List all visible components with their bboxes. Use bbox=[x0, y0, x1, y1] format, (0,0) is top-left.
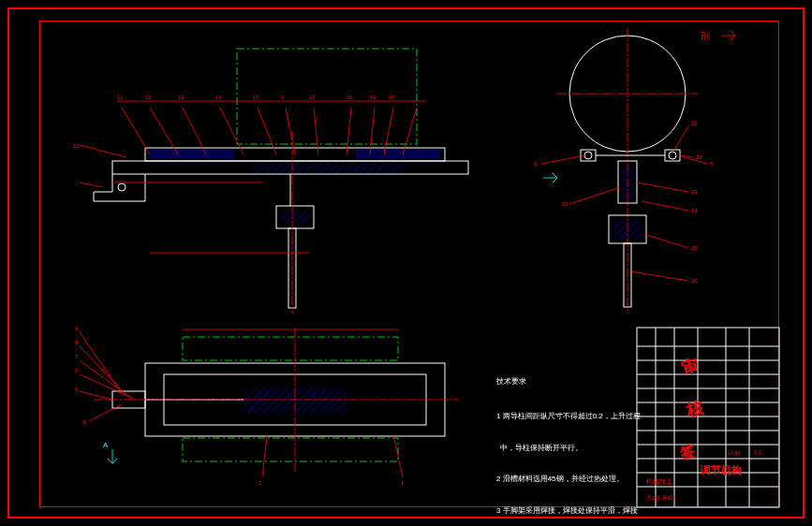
svg-text:22: 22 bbox=[562, 201, 568, 207]
svg-text:6: 6 bbox=[75, 368, 79, 373]
svg-point-7 bbox=[118, 183, 125, 191]
svg-rect-49 bbox=[621, 167, 634, 199]
svg-text:签: 签 bbox=[677, 442, 697, 461]
svg-line-61 bbox=[642, 201, 688, 211]
tech-note-2: 2 滑槽材料选用45钢，并经过热处理。 bbox=[496, 474, 641, 484]
svg-line-67 bbox=[541, 155, 585, 164]
svg-text:19: 19 bbox=[370, 95, 376, 100]
svg-text:12: 12 bbox=[145, 95, 152, 100]
side-view: 21 22 8 23 24 25 26 3 22 bbox=[534, 28, 714, 314]
tech-title: 技术要求 bbox=[496, 376, 641, 387]
svg-line-53 bbox=[674, 126, 688, 150]
svg-line-63 bbox=[644, 234, 688, 248]
svg-line-15 bbox=[122, 108, 150, 154]
svg-rect-6 bbox=[356, 150, 440, 159]
svg-rect-51 bbox=[613, 220, 642, 239]
svg-text:1: 1 bbox=[401, 480, 405, 486]
svg-text:核: 核 bbox=[684, 398, 706, 420]
svg-text:A: A bbox=[103, 441, 109, 449]
svg-text:13: 13 bbox=[178, 95, 185, 100]
svg-text:10: 10 bbox=[73, 143, 80, 149]
svg-text:审: 审 bbox=[680, 356, 701, 378]
svg-text:8: 8 bbox=[75, 340, 79, 345]
svg-text:14: 14 bbox=[215, 95, 222, 100]
svg-point-45 bbox=[584, 152, 592, 159]
svg-text:25: 25 bbox=[691, 245, 698, 251]
svg-text:4: 4 bbox=[82, 419, 86, 425]
svg-text:剖: 剖 bbox=[701, 31, 710, 41]
svg-text:15: 15 bbox=[253, 95, 259, 100]
svg-line-92 bbox=[262, 435, 267, 477]
svg-line-82 bbox=[80, 346, 126, 395]
svg-line-65 bbox=[631, 271, 688, 281]
cad-canvas[interactable]: 11 12 13 14 15 2 17 16 19 20 10 bbox=[0, 0, 812, 526]
svg-text:22: 22 bbox=[696, 154, 702, 160]
svg-text:17: 17 bbox=[309, 95, 316, 100]
svg-line-84 bbox=[80, 360, 131, 398]
svg-rect-5 bbox=[150, 150, 234, 159]
svg-text:16: 16 bbox=[347, 95, 353, 100]
svg-text:11: 11 bbox=[117, 95, 124, 100]
svg-line-90 bbox=[89, 404, 122, 421]
svg-text:5: 5 bbox=[75, 387, 79, 392]
svg-line-69 bbox=[569, 187, 620, 204]
tech-note-1: 1 两导柱间距纵尺寸不得超过0.2，上升过程 bbox=[496, 411, 641, 421]
svg-text:9: 9 bbox=[75, 326, 79, 331]
svg-line-39 bbox=[80, 183, 103, 187]
svg-text:8: 8 bbox=[710, 161, 714, 167]
svg-line-59 bbox=[637, 183, 688, 192]
title-block-stamps: 审 核 签 bbox=[637, 328, 787, 515]
svg-rect-9 bbox=[281, 211, 309, 224]
top-view: 9 8 7 6 5 4 2 1 A bbox=[75, 326, 459, 486]
svg-point-46 bbox=[669, 152, 676, 159]
svg-line-37 bbox=[80, 145, 126, 157]
tech-note-1b: 中，导柱保持断开平行。 bbox=[496, 443, 641, 453]
front-view: 11 12 13 14 15 2 17 16 19 20 10 bbox=[73, 49, 468, 314]
svg-text:21: 21 bbox=[691, 121, 698, 126]
svg-line-55 bbox=[679, 155, 693, 157]
svg-text:2: 2 bbox=[281, 95, 285, 100]
svg-text:24: 24 bbox=[691, 208, 698, 213]
svg-line-94 bbox=[393, 435, 403, 477]
svg-text:20: 20 bbox=[389, 95, 395, 100]
section-marker: 剖 bbox=[701, 31, 735, 41]
svg-text:3: 3 bbox=[534, 161, 538, 167]
svg-text:7: 7 bbox=[75, 354, 79, 359]
svg-rect-71 bbox=[183, 337, 398, 360]
svg-line-86 bbox=[80, 374, 136, 400]
svg-rect-4 bbox=[253, 164, 403, 173]
svg-text:2: 2 bbox=[258, 480, 262, 486]
tech-note-3: 3 手脚架采用焊接，焊接处保持平滑，焊接 bbox=[496, 505, 641, 516]
tech-requirements: 技术要求 1 两导柱间距纵尺寸不得超过0.2，上升过程 中，导柱保持断开平行。 … bbox=[496, 356, 641, 526]
svg-rect-72 bbox=[183, 438, 398, 461]
svg-line-88 bbox=[80, 391, 112, 400]
svg-text:23: 23 bbox=[691, 189, 698, 195]
svg-text:26: 26 bbox=[691, 278, 698, 284]
